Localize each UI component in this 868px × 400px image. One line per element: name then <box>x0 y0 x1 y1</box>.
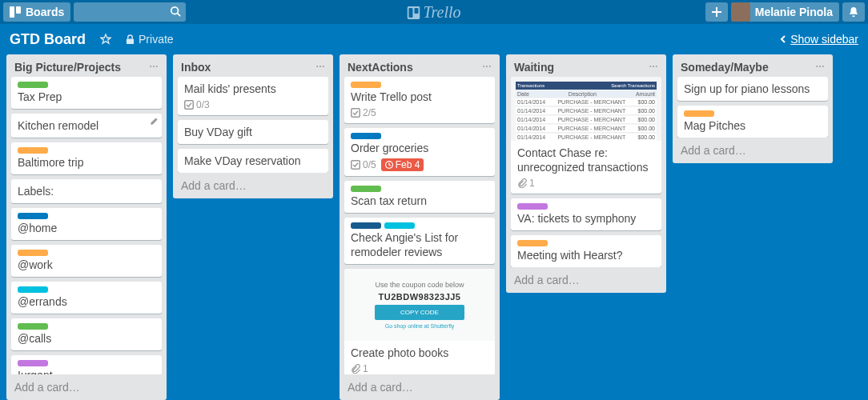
svg-point-18 <box>483 66 484 67</box>
card-labels <box>517 240 655 246</box>
topbar: Boards Trello Melanie Pinola <box>0 0 868 24</box>
card-labels <box>351 222 488 229</box>
card[interactable]: Write Trello post2/5 <box>344 77 495 123</box>
card-title: Order groceries <box>351 141 488 155</box>
card-labels <box>18 286 155 293</box>
card[interactable]: Kitchen remodel <box>11 114 162 138</box>
card-cover-image: TransactionsSearch TransactionsDateDescr… <box>511 77 661 141</box>
card[interactable]: @work <box>11 245 162 277</box>
card[interactable]: VA: tickets to symphony <box>511 198 661 230</box>
card-badges: 2/5 <box>351 107 488 118</box>
coupon-copy-button: COPY CODE <box>375 305 464 320</box>
card-title: Meeting with Hearst? <box>517 248 655 262</box>
user-name: Melanie Pinola <box>755 6 833 18</box>
logo-text: Trello <box>423 3 460 22</box>
list-menu-button[interactable] <box>482 61 492 74</box>
card-labels <box>18 82 155 88</box>
list-title[interactable]: Big Picture/Projects <box>14 61 121 74</box>
list-menu-button[interactable] <box>815 61 825 74</box>
card[interactable]: Scan tax return <box>344 181 495 213</box>
board-canvas[interactable]: Big Picture/ProjectsTax PrepKitchen remo… <box>0 54 868 400</box>
lock-icon <box>126 34 135 45</box>
card[interactable]: !urgent <box>11 355 162 374</box>
card-label <box>517 240 548 246</box>
card[interactable]: Mail kids' presents0/3 <box>178 77 328 115</box>
list-menu-button[interactable] <box>315 61 325 74</box>
svg-point-11 <box>150 66 151 67</box>
add-button[interactable] <box>705 2 728 22</box>
cards-container: Write Trello post2/5Order groceries0/5Fe… <box>340 77 500 374</box>
card-labels <box>18 360 155 366</box>
card-label <box>351 222 381 229</box>
card-labels <box>517 203 655 210</box>
card-title: Write Trello post <box>351 90 488 104</box>
card[interactable]: Order groceries0/5Feb 4 <box>344 128 495 176</box>
boards-icon <box>10 6 21 18</box>
trello-logo[interactable]: Trello <box>407 3 460 22</box>
card[interactable]: Meeting with Hearst? <box>511 235 661 267</box>
card[interactable]: Labels: <box>11 179 162 203</box>
svg-rect-6 <box>414 8 418 14</box>
card-labels <box>18 323 155 330</box>
card[interactable]: Use the coupon code belowTU2BDW98323JJ5C… <box>344 269 495 374</box>
card-labels <box>684 110 822 117</box>
board-header: GTD Board Private Show sidebar <box>0 24 868 54</box>
search-input[interactable] <box>74 2 186 22</box>
card[interactable]: Mag Pitches <box>677 106 828 138</box>
user-button[interactable]: Melanie Pinola <box>731 2 839 22</box>
svg-point-2 <box>171 7 179 14</box>
card[interactable]: Check Angie's List for remodeler reviews <box>344 218 495 264</box>
svg-rect-21 <box>352 109 360 118</box>
card-title: Labels: <box>18 184 155 198</box>
add-card-button[interactable]: Add a card… <box>6 374 167 400</box>
show-sidebar-button[interactable]: Show sidebar <box>779 33 858 46</box>
add-card-button[interactable]: Add a card… <box>173 173 333 198</box>
attachment-badge: 1 <box>351 363 368 374</box>
card-label <box>18 250 48 256</box>
svg-rect-10 <box>127 38 134 43</box>
card[interactable]: Baltimore trip <box>11 142 162 174</box>
card[interactable]: Sign up for piano lessons <box>677 77 828 101</box>
svg-marker-9 <box>101 34 111 43</box>
list-title[interactable]: Someday/Maybe <box>681 61 769 74</box>
list-title[interactable]: Waiting <box>514 61 554 74</box>
card[interactable]: @home <box>11 208 162 240</box>
card-title: Tax Prep <box>18 90 155 104</box>
list-menu-button[interactable] <box>149 61 159 74</box>
card-label <box>18 286 48 293</box>
card[interactable]: Buy VDay gift <box>178 120 328 144</box>
list: Big Picture/ProjectsTax PrepKitchen remo… <box>6 54 167 400</box>
card[interactable]: TransactionsSearch TransactionsDateDescr… <box>511 77 661 194</box>
card[interactable]: @calls <box>11 318 162 350</box>
card[interactable]: Make VDay reservation <box>178 149 328 173</box>
svg-point-24 <box>649 66 651 67</box>
svg-point-13 <box>156 66 158 67</box>
card-title: @home <box>18 221 155 235</box>
add-card-button[interactable]: Add a card… <box>673 138 833 163</box>
due-date-badge: Feb 4 <box>381 158 424 171</box>
star-button[interactable] <box>100 34 111 45</box>
card[interactable]: @errands <box>11 282 162 314</box>
card-title: Kitchen remodel <box>18 118 155 133</box>
list-menu-button[interactable] <box>649 61 658 74</box>
notifications-button[interactable] <box>842 2 865 22</box>
add-card-button[interactable]: Add a card… <box>340 374 500 400</box>
card-label <box>18 323 48 330</box>
card[interactable]: Tax Prep <box>11 77 162 109</box>
svg-point-19 <box>486 66 488 67</box>
list-title[interactable]: Inbox <box>181 61 211 74</box>
card-title: Buy VDay gift <box>184 125 322 139</box>
list-title[interactable]: NextActions <box>348 61 413 74</box>
card-labels <box>18 147 155 154</box>
card-title: @errands <box>18 294 155 309</box>
card-badges: 1 <box>517 178 655 189</box>
card-badges: 1 <box>351 363 488 374</box>
svg-point-25 <box>653 66 654 67</box>
boards-button[interactable]: Boards <box>3 2 70 22</box>
add-card-button[interactable]: Add a card… <box>506 267 666 293</box>
board-title[interactable]: GTD Board <box>10 31 86 48</box>
pencil-icon[interactable] <box>150 117 159 128</box>
visibility-button[interactable]: Private <box>126 33 174 46</box>
list: Someday/MaybeSign up for piano lessonsMa… <box>673 54 833 163</box>
boards-label: Boards <box>26 6 64 18</box>
